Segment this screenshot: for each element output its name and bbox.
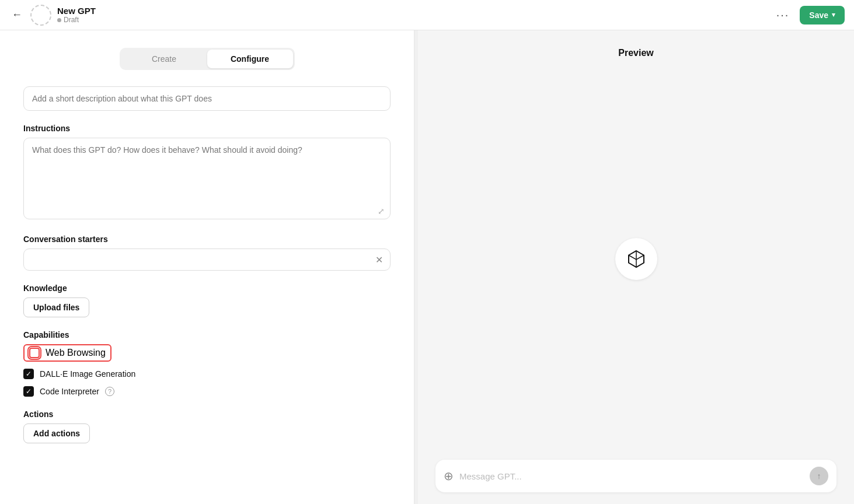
instructions-textarea[interactable] — [23, 138, 391, 219]
right-panel: Preview ⊕ Message GPT... ↑ — [418, 30, 854, 504]
conversation-starters-section: Conversation starters ✕ — [23, 235, 391, 271]
main-layout: Create Configure Instructions ⤢ Conversa… — [0, 30, 854, 504]
code-interpreter-checkbox[interactable]: ✓ — [23, 386, 34, 397]
upload-files-button[interactable]: Upload files — [23, 298, 89, 317]
cube-svg — [626, 249, 647, 270]
more-options-button[interactable]: ··· — [772, 6, 794, 24]
avatar — [30, 5, 51, 26]
preview-content — [615, 58, 657, 460]
starters-input[interactable] — [24, 249, 368, 270]
starters-input-wrapper: ✕ — [23, 249, 391, 271]
code-interpreter-help-icon[interactable]: ? — [105, 387, 114, 396]
header-left: ← New GPT Draft — [9, 5, 96, 26]
header-title-group: New GPT Draft — [57, 6, 96, 24]
expand-icon[interactable]: ⤢ — [378, 206, 385, 216]
tab-create[interactable]: Create — [121, 50, 207, 68]
capability-dalle-row: ✓ DALL·E Image Generation — [23, 369, 391, 379]
capability-web-browsing-row: Web Browsing — [23, 344, 111, 362]
starters-label: Conversation starters — [23, 235, 391, 244]
tab-bar: Create Configure — [120, 48, 295, 70]
header-right: ··· Save ▾ — [772, 6, 845, 24]
actions-label: Actions — [23, 410, 391, 419]
web-browsing-checkbox[interactable] — [29, 348, 40, 358]
capability-code-interpreter-row: ✓ Code Interpreter ? — [23, 386, 391, 397]
save-button[interactable]: Save ▾ — [800, 6, 845, 24]
header-subtitle: Draft — [57, 16, 96, 24]
save-label: Save — [809, 10, 828, 20]
instructions-label: Instructions — [23, 124, 391, 133]
left-panel: Create Configure Instructions ⤢ Conversa… — [0, 30, 414, 504]
knowledge-section: Knowledge Upload files — [23, 284, 391, 317]
chevron-down-icon: ▾ — [832, 11, 835, 19]
page-title: New GPT — [57, 6, 96, 16]
tab-configure[interactable]: Configure — [207, 50, 293, 68]
message-input-placeholder[interactable]: Message GPT... — [459, 471, 804, 481]
attach-icon[interactable]: ⊕ — [444, 469, 454, 483]
code-interpreter-label[interactable]: Code Interpreter — [40, 387, 99, 396]
instructions-section: Instructions ⤢ — [23, 124, 391, 222]
dalle-checkbox[interactable]: ✓ — [23, 369, 34, 379]
web-browsing-label[interactable]: Web Browsing — [46, 348, 106, 358]
knowledge-label: Knowledge — [23, 284, 391, 293]
instructions-textarea-wrapper: ⤢ — [23, 138, 391, 222]
preview-input-area: ⊕ Message GPT... ↑ — [435, 460, 836, 492]
description-input[interactable] — [23, 86, 391, 111]
cube-icon — [615, 238, 657, 280]
send-button[interactable]: ↑ — [810, 467, 828, 485]
dalle-label[interactable]: DALL·E Image Generation — [40, 369, 135, 379]
capabilities-section: Capabilities Web Browsing ✓ DALL·E Image… — [23, 330, 391, 397]
header: ← New GPT Draft ··· Save ▾ — [0, 0, 854, 30]
preview-title: Preview — [418, 30, 854, 58]
draft-dot-icon — [57, 18, 61, 22]
capabilities-label: Capabilities — [23, 330, 391, 340]
add-actions-button[interactable]: Add actions — [23, 424, 90, 443]
actions-section: Actions Add actions — [23, 410, 391, 443]
draft-label: Draft — [64, 16, 79, 24]
clear-starter-button[interactable]: ✕ — [368, 254, 390, 265]
send-icon: ↑ — [817, 471, 821, 481]
back-button[interactable]: ← — [9, 6, 25, 23]
